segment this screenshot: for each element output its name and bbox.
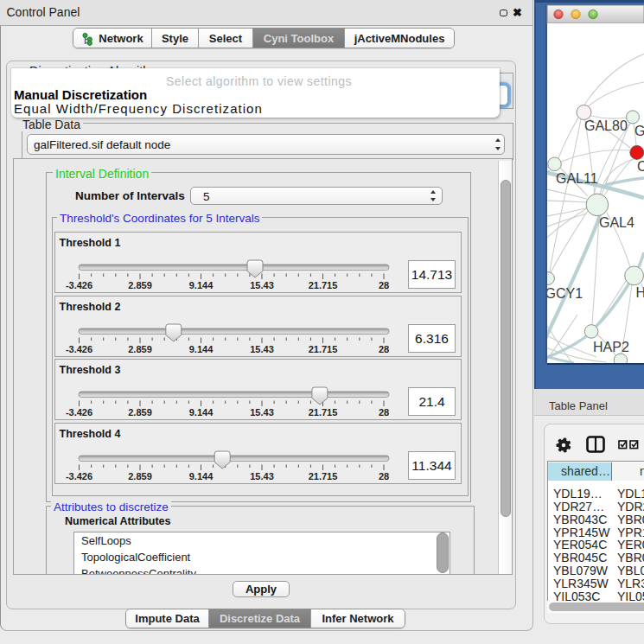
svg-text:9.144: 9.144: [189, 471, 214, 481]
svg-text:HAP2: HAP2: [593, 340, 629, 354]
svg-text:2.859: 2.859: [128, 280, 152, 290]
svg-text:-3.426: -3.426: [66, 471, 92, 481]
svg-text:21.715: 21.715: [309, 407, 338, 418]
svg-text:GCY1: GCY1: [545, 286, 583, 301]
svg-text:9.144: 9.144: [189, 280, 214, 290]
svg-text:H: H: [636, 285, 644, 300]
svg-text:15.43: 15.43: [250, 471, 274, 481]
svg-text:28: 28: [379, 280, 389, 290]
svg-text:2.859: 2.859: [128, 407, 152, 418]
svg-text:C: C: [637, 159, 644, 174]
svg-text:15.43: 15.43: [250, 407, 274, 418]
svg-text:28: 28: [379, 471, 389, 481]
svg-text:GAL11: GAL11: [556, 171, 598, 186]
svg-text:9.144: 9.144: [189, 344, 214, 354]
svg-text:28: 28: [379, 344, 389, 354]
svg-text:-3.426: -3.426: [66, 344, 92, 354]
svg-text:GAL4: GAL4: [599, 215, 634, 230]
svg-text:15.43: 15.43: [250, 280, 274, 290]
svg-text:GA: GA: [634, 124, 644, 138]
svg-text:21.715: 21.715: [309, 344, 338, 354]
svg-text:2.859: 2.859: [128, 471, 152, 481]
svg-text:-3.426: -3.426: [66, 280, 92, 290]
svg-text:15.43: 15.43: [250, 344, 274, 354]
svg-text:GAL80: GAL80: [584, 118, 628, 133]
svg-text:9.144: 9.144: [189, 407, 214, 418]
svg-text:2.859: 2.859: [128, 344, 152, 354]
svg-text:21.715: 21.715: [309, 471, 338, 481]
svg-text:21.715: 21.715: [309, 280, 338, 290]
svg-text:-3.426: -3.426: [66, 407, 92, 418]
svg-text:28: 28: [379, 407, 389, 418]
